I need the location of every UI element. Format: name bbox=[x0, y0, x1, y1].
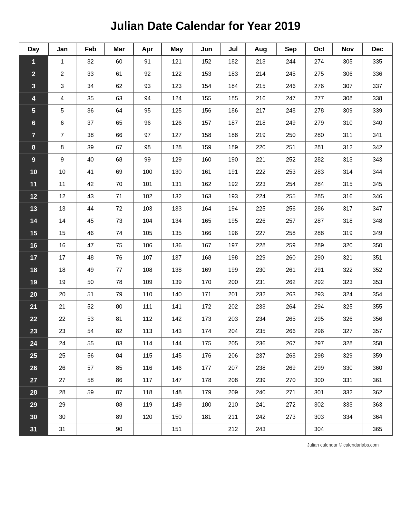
cell-apr: 94 bbox=[133, 93, 161, 105]
cell-dec: 341 bbox=[363, 129, 392, 142]
cell-mar: 67 bbox=[105, 142, 133, 154]
cell-oct: 292 bbox=[306, 276, 333, 289]
cell-sep: 259 bbox=[276, 240, 306, 252]
table-body: 1132609112115218221324427430533522336192… bbox=[19, 55, 392, 436]
cell-apr: 116 bbox=[133, 362, 161, 374]
cell-aug: 239 bbox=[245, 374, 276, 387]
cell-oct: 302 bbox=[306, 399, 333, 411]
table-row: 11114270101131162192223254284315345 bbox=[19, 178, 392, 191]
table-row: 15154674105135166196227258288319349 bbox=[19, 227, 392, 240]
cell-apr: 117 bbox=[133, 374, 161, 387]
cell-day: 15 bbox=[19, 227, 48, 240]
cell-feb bbox=[76, 423, 105, 436]
cell-jul: 189 bbox=[221, 142, 245, 154]
cell-feb: 47 bbox=[76, 240, 105, 252]
cell-feb: 52 bbox=[76, 301, 105, 313]
header-cell-day: Day bbox=[19, 43, 48, 55]
cell-mar: 65 bbox=[105, 117, 133, 129]
cell-aug: 223 bbox=[245, 178, 276, 191]
cell-aug: 227 bbox=[245, 227, 276, 240]
table-row: 16164775106136167197228259289320350 bbox=[19, 240, 392, 252]
cell-day: 26 bbox=[19, 362, 48, 374]
cell-jan: 7 bbox=[48, 129, 76, 142]
cell-dec: 362 bbox=[363, 387, 392, 399]
table-row: 55366495125156186217248278309339 bbox=[19, 105, 392, 117]
cell-oct: 278 bbox=[306, 105, 333, 117]
cell-dec: 357 bbox=[363, 325, 392, 338]
cell-nov: 330 bbox=[333, 362, 363, 374]
cell-oct: 291 bbox=[306, 264, 333, 276]
cell-apr: 120 bbox=[133, 411, 161, 423]
cell-jul: 200 bbox=[221, 276, 245, 289]
cell-dec: 364 bbox=[363, 411, 392, 423]
cell-jun: 180 bbox=[192, 399, 221, 411]
cell-apr: 105 bbox=[133, 227, 161, 240]
cell-may: 130 bbox=[161, 166, 192, 178]
cell-jan: 10 bbox=[48, 166, 76, 178]
cell-feb: 55 bbox=[76, 338, 105, 350]
cell-aug: 236 bbox=[245, 338, 276, 350]
cell-mar: 63 bbox=[105, 93, 133, 105]
cell-apr: 92 bbox=[133, 68, 161, 80]
cell-aug: 231 bbox=[245, 276, 276, 289]
table-row: 77386697127158188219250280311341 bbox=[19, 129, 392, 142]
cell-oct: 285 bbox=[306, 191, 333, 203]
cell-sep: 264 bbox=[276, 301, 306, 313]
cell-aug: 218 bbox=[245, 117, 276, 129]
cell-jan: 16 bbox=[48, 240, 76, 252]
cell-apr: 110 bbox=[133, 289, 161, 301]
header-cell-oct: Oct bbox=[306, 43, 333, 55]
cell-may: 151 bbox=[161, 423, 192, 436]
cell-nov: 316 bbox=[333, 191, 363, 203]
cell-day: 31 bbox=[19, 423, 48, 436]
cell-day: 12 bbox=[19, 191, 48, 203]
cell-feb: 39 bbox=[76, 142, 105, 154]
cell-jul: 194 bbox=[221, 203, 245, 215]
cell-may: 127 bbox=[161, 129, 192, 142]
cell-may: 133 bbox=[161, 203, 192, 215]
cell-jul: 207 bbox=[221, 362, 245, 374]
table-row: 292988119149180210241272302333363 bbox=[19, 399, 392, 411]
cell-may: 140 bbox=[161, 289, 192, 301]
table-row: 20205179110140171201232263293324354 bbox=[19, 289, 392, 301]
cell-apr: 95 bbox=[133, 105, 161, 117]
cell-day: 17 bbox=[19, 252, 48, 264]
cell-nov: 313 bbox=[333, 154, 363, 166]
cell-jan: 23 bbox=[48, 325, 76, 338]
cell-jun: 153 bbox=[192, 68, 221, 80]
cell-apr: 91 bbox=[133, 55, 161, 68]
cell-day: 30 bbox=[19, 411, 48, 423]
cell-jan: 3 bbox=[48, 80, 76, 93]
cell-jun: 169 bbox=[192, 264, 221, 276]
cell-oct: 279 bbox=[306, 117, 333, 129]
cell-may: 122 bbox=[161, 68, 192, 80]
cell-aug: 229 bbox=[245, 252, 276, 264]
cell-sep: 248 bbox=[276, 105, 306, 117]
cell-dec: 342 bbox=[363, 142, 392, 154]
table-row: 17174876107137168198229260290321351 bbox=[19, 252, 392, 264]
cell-apr: 119 bbox=[133, 399, 161, 411]
cell-dec: 359 bbox=[363, 350, 392, 362]
cell-aug: 230 bbox=[245, 264, 276, 276]
cell-jul: 199 bbox=[221, 264, 245, 276]
table-row: 12124371102132163193224255285316346 bbox=[19, 191, 392, 203]
cell-oct: 290 bbox=[306, 252, 333, 264]
cell-jan: 17 bbox=[48, 252, 76, 264]
cell-jul: 193 bbox=[221, 191, 245, 203]
cell-sep: 253 bbox=[276, 166, 306, 178]
cell-feb: 40 bbox=[76, 154, 105, 166]
cell-sep: 257 bbox=[276, 215, 306, 227]
cell-jul: 191 bbox=[221, 166, 245, 178]
cell-jan: 4 bbox=[48, 93, 76, 105]
cell-may: 147 bbox=[161, 374, 192, 387]
cell-nov: 305 bbox=[333, 55, 363, 68]
table-row: 19195078109139170200231262292323353 bbox=[19, 276, 392, 289]
cell-may: 137 bbox=[161, 252, 192, 264]
cell-mar: 85 bbox=[105, 362, 133, 374]
cell-oct: 288 bbox=[306, 227, 333, 240]
cell-day: 24 bbox=[19, 338, 48, 350]
cell-nov: 309 bbox=[333, 105, 363, 117]
cell-jul: 206 bbox=[221, 350, 245, 362]
cell-feb bbox=[76, 399, 105, 411]
cell-nov: 332 bbox=[333, 387, 363, 399]
